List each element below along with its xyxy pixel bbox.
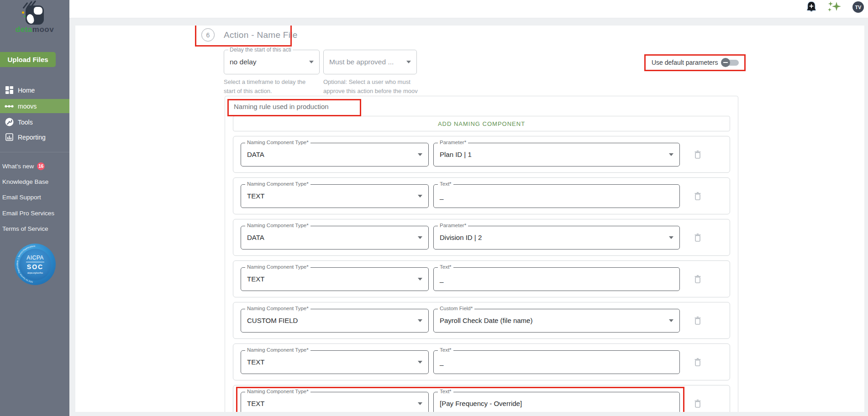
naming-component-type-select[interactable]: Naming Component Type* DATA <box>241 143 429 166</box>
sidebar-item-home[interactable]: Home <box>0 83 69 97</box>
delete-row-button[interactable] <box>694 358 701 367</box>
text-input[interactable]: Text* _ <box>433 184 680 208</box>
sidebar-link-whats-new[interactable]: What's new 16 <box>2 162 45 170</box>
toggle-label: Use default parameters <box>652 59 718 66</box>
chevron-down-icon <box>669 236 673 239</box>
chevron-down-icon <box>669 319 673 322</box>
approver-select-value: Must be approved ... <box>329 58 394 66</box>
chevron-down-icon <box>669 153 673 156</box>
chevron-down-icon <box>309 61 314 63</box>
naming-component-type-select[interactable]: Naming Component Type* TEXT <box>241 392 429 412</box>
naming-component-row: Naming Component Type* CUSTOM FIELD Cust… <box>233 302 730 339</box>
delay-select-label: Delay the start of this acti <box>228 47 293 53</box>
sidebar-item-tools[interactable]: Tools <box>0 115 69 129</box>
naming-component-row: Naming Component Type* TEXT Text* _ <box>233 260 730 297</box>
delete-row-button[interactable] <box>694 275 701 284</box>
naming-component-row-highlighted: Naming Component Type* TEXT Text* [Pay F… <box>233 385 730 412</box>
chevron-down-icon <box>418 153 422 156</box>
delay-select[interactable]: Delay the start of this acti no delay <box>224 50 320 74</box>
sidebar-item-label: moovs <box>18 103 37 110</box>
sidebar: detamoov Upload Files Home moovs Tools <box>0 0 69 416</box>
moovs-dots-icon <box>5 102 14 111</box>
main-card: 6 Action - Name File Delay the start of … <box>75 26 864 412</box>
sidebar-item-label: Home <box>18 87 35 94</box>
use-default-parameters-toggle[interactable]: Use default parameters <box>652 58 739 67</box>
reporting-chart-icon <box>5 133 14 142</box>
custom-field-select[interactable]: Custom Field* Payroll Check Date (file n… <box>433 309 680 333</box>
chevron-down-icon <box>406 61 411 63</box>
sidebar-divider <box>0 152 69 152</box>
naming-component-type-select[interactable]: Naming Component Type* DATA <box>241 226 429 250</box>
aicpa-soc-badge: SOC for Service Organizations | Service … <box>15 244 56 285</box>
chevron-down-icon <box>418 278 422 281</box>
approver-select[interactable]: Must be approved ... <box>323 50 417 74</box>
text-input[interactable]: Text* _ <box>433 350 680 374</box>
sidebar-link-knowledge-base[interactable]: Knowledge Base <box>2 178 48 185</box>
delete-row-button[interactable] <box>694 192 701 201</box>
notifications-bell-plus-icon[interactable] <box>805 1 817 14</box>
panel-title: Naming rule used in production <box>233 103 730 110</box>
sidebar-item-label: Tools <box>18 119 33 126</box>
delete-row-button[interactable] <box>694 150 701 159</box>
topbar: TV <box>69 0 868 18</box>
naming-component-type-select[interactable]: Naming Component Type* TEXT <box>241 267 429 291</box>
chevron-down-icon <box>418 402 422 405</box>
sidebar-item-moovs[interactable]: moovs <box>0 99 69 113</box>
delay-select-value: no delay <box>230 58 257 66</box>
home-grid-icon <box>5 86 14 95</box>
step-number: 6 <box>201 28 215 42</box>
naming-component-type-select[interactable]: Naming Component Type* TEXT <box>241 350 429 374</box>
chevron-down-icon <box>418 361 422 364</box>
tools-wrench-icon <box>5 118 14 127</box>
naming-component-row: Naming Component Type* DATA Parameter* P… <box>233 136 730 173</box>
sidebar-link-terms-of-service[interactable]: Terms of Service <box>2 225 48 232</box>
app-screen: detamoov Upload Files Home moovs Tools <box>0 0 868 416</box>
text-input[interactable]: Text* [Pay Frequency - Override] <box>433 392 680 412</box>
sidebar-link-email-pro-services[interactable]: Email Pro Services <box>2 210 54 217</box>
delete-row-button[interactable] <box>694 233 701 242</box>
sparkles-icon[interactable] <box>826 0 843 14</box>
naming-component-row: Naming Component Type* TEXT Text* _ <box>233 343 730 380</box>
user-avatar[interactable]: TV <box>852 1 864 13</box>
toggle-switch-off[interactable] <box>721 58 739 67</box>
chevron-down-icon <box>418 319 422 322</box>
whats-new-count-badge: 16 <box>37 162 45 170</box>
aicpa-ring-text: SOC for Service Organizations | Service … <box>15 244 56 285</box>
sidebar-link-email-support[interactable]: Email Support <box>2 194 41 201</box>
svg-text:SOC for Service Organizations: SOC for Service Organizations | Service … <box>16 245 36 283</box>
add-naming-component-button[interactable]: ADD NAMING COMPONENT <box>233 116 730 131</box>
delay-helper-text: Select a timeframe to delay the start of… <box>224 78 315 96</box>
parameter-select[interactable]: Parameter* Division ID | 2 <box>433 226 680 250</box>
text-input[interactable]: Text* _ <box>433 267 680 291</box>
chevron-down-icon <box>418 236 422 239</box>
naming-component-row: Naming Component Type* DATA Parameter* D… <box>233 219 730 256</box>
sidebar-item-reporting[interactable]: Reporting <box>0 130 69 144</box>
delete-row-button[interactable] <box>694 316 701 325</box>
chevron-down-icon <box>418 195 422 198</box>
parameter-select[interactable]: Parameter* Plan ID | 1 <box>433 143 680 166</box>
naming-component-row: Naming Component Type* TEXT Text* _ <box>233 177 730 214</box>
logo: detamoov <box>0 0 69 36</box>
step-title: Action - Name File <box>224 30 298 40</box>
naming-component-type-select[interactable]: Naming Component Type* CUSTOM FIELD <box>241 309 429 333</box>
delete-row-button[interactable] <box>694 399 701 408</box>
logo-icon <box>24 4 44 25</box>
upload-files-button[interactable]: Upload Files <box>0 52 56 67</box>
logo-text: detamoov <box>0 25 69 34</box>
naming-component-type-select[interactable]: Naming Component Type* TEXT <box>241 184 429 208</box>
naming-rule-panel: Naming rule used in production ADD NAMIN… <box>225 96 738 412</box>
sidebar-item-label: Reporting <box>18 134 46 141</box>
naming-rows: Naming Component Type* DATA Parameter* P… <box>233 136 730 412</box>
